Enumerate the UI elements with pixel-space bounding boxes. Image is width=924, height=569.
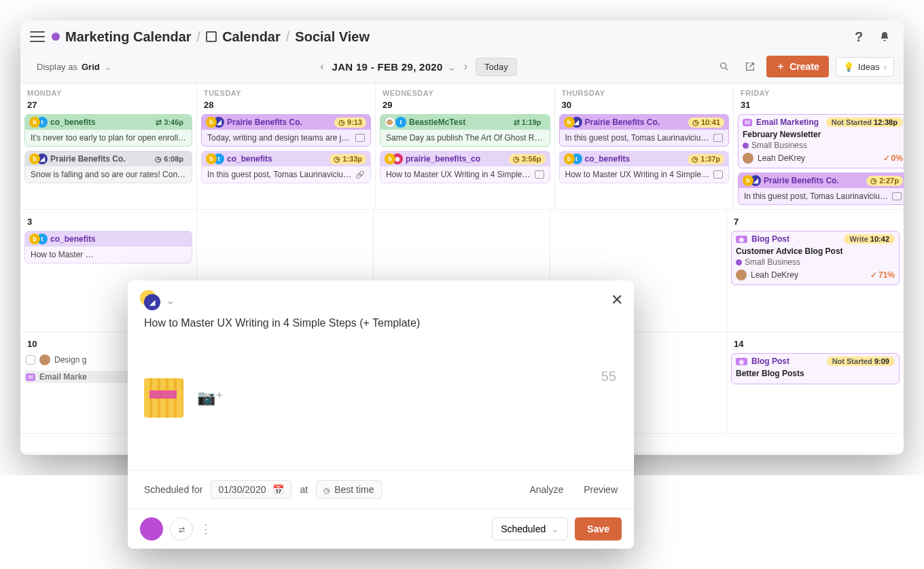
shuffle-icon (156, 118, 162, 127)
rss-icon (736, 234, 747, 244)
chevron-right-icon: › (884, 62, 887, 72)
breadcrumb: Marketing Calendar / Calendar / Social V… (52, 29, 370, 45)
clock-icon (692, 155, 698, 164)
breadcrumb-mid[interactable]: Calendar (222, 29, 281, 45)
event-card-large[interactable]: Email Marketing Not Started 12:38p Febru… (738, 114, 904, 168)
event-card[interactable]: bt co_benefits 1:33p In this guest post,… (201, 151, 371, 183)
add-media-icon[interactable]: 📷⁺ (197, 389, 224, 407)
calendar-icon (206, 31, 217, 42)
compose-text[interactable]: How to Master UX Writing in 4 Simple Ste… (144, 317, 618, 329)
link-icon (355, 170, 365, 179)
compose-modal: ✦◢ ⌄ ✕ How to Master UX Writing in 4 Sim… (128, 280, 634, 475)
event-card-large[interactable]: Blog Post Write 10:42 Customer Advice Bl… (731, 231, 900, 285)
image-icon (892, 192, 902, 200)
day-cell[interactable]: 7 Blog Post Write 10:42 Customer Advice … (727, 210, 904, 332)
event-card[interactable]: bt co_benefits 1:37p How to Master UX Wr… (559, 151, 730, 183)
clock-icon (334, 155, 340, 164)
share-icon[interactable] (741, 57, 760, 76)
close-icon[interactable]: ✕ (611, 291, 623, 309)
image-icon (713, 134, 723, 142)
chevron-down-icon: ⌄ (166, 294, 175, 307)
svg-point-0 (721, 63, 726, 69)
avatar (39, 354, 50, 365)
avatar (743, 153, 753, 164)
bell-icon[interactable] (875, 27, 894, 46)
event-card[interactable]: bt co_benefits How to Master … (24, 231, 192, 263)
event-card[interactable]: 🐵t BeastieMcTest 1:19p Same Day as publi… (380, 114, 550, 147)
plus-icon: ＋ (776, 60, 785, 73)
search-icon[interactable] (715, 57, 734, 76)
email-icon (26, 372, 35, 382)
image-icon (355, 134, 365, 142)
project-dot-icon (52, 33, 60, 41)
create-button[interactable]: ＋ Create (766, 56, 829, 77)
event-card[interactable]: b◉ prairie_benefits_co 3:56p How to Mast… (380, 151, 550, 183)
account-selector[interactable]: ✦◢ ⌄ (140, 290, 175, 310)
chevron-down-icon: ⌄ (104, 62, 111, 72)
next-range-button[interactable]: › (460, 58, 472, 75)
day-cell[interactable]: FRIDAY 31 Email Marketing Not Started 12… (734, 84, 904, 210)
avatar (736, 270, 747, 280)
clock-icon (692, 118, 699, 127)
svg-line-1 (726, 68, 728, 70)
rss-icon (736, 356, 747, 366)
breadcrumb-leaf[interactable]: Social View (295, 29, 370, 45)
day-cell[interactable]: 14 Blog Post Not Started 9:09 Better Blo… (727, 332, 904, 434)
modal-body: How to Master UX Writing in 4 Simple Ste… (128, 310, 634, 470)
clock-icon (513, 155, 520, 164)
toolbar: Display as Grid ⌄ ‹ JAN 19 - FEB 29, 202… (20, 53, 904, 83)
shuffle-icon (514, 118, 520, 127)
bulb-icon: 💡 (843, 62, 854, 72)
attachment-thumbnail[interactable] (144, 378, 183, 418)
day-cell[interactable]: MONDAY 27 bt co_benefits 3:46p It's neve… (20, 84, 197, 210)
week-row: MONDAY 27 bt co_benefits 3:46p It's neve… (20, 84, 904, 210)
event-card[interactable]: b◢ Prairie Benefits Co. 9:13 Today, writ… (201, 114, 371, 147)
display-as-dropdown[interactable]: Display as Grid ⌄ (30, 58, 118, 76)
clock-icon (155, 155, 162, 164)
ideas-button[interactable]: 💡 Ideas › (836, 57, 894, 77)
checkbox[interactable] (26, 355, 35, 365)
prev-range-button[interactable]: ‹ (316, 58, 327, 75)
event-card[interactable]: bt co_benefits 3:46p It's never too earl… (24, 114, 192, 147)
image-icon (535, 170, 544, 179)
day-cell[interactable]: THURSDAY 30 b◢ Prairie Benefits Co. 10:4… (555, 84, 734, 210)
menu-icon[interactable] (30, 31, 45, 42)
event-card[interactable]: b◢ Prairie Benefits Co. 2:27p In this gu… (738, 172, 904, 205)
event-card-large[interactable]: Blog Post Not Started 9:09 Better Blog P… (731, 353, 900, 384)
day-cell[interactable]: WEDNESDAY 29 🐵t BeastieMcTest 1:19p Same… (376, 84, 555, 210)
today-button[interactable]: Today (476, 58, 517, 76)
clock-icon (338, 118, 345, 127)
event-card[interactable]: b◢ Prairie Benefits Co. 10:41 In this gu… (559, 114, 730, 147)
char-count: 55 (601, 369, 616, 384)
date-range: ‹ JAN 19 - FEB 29, 2020 ⌄ › Today (125, 58, 709, 76)
chevron-down-icon[interactable]: ⌄ (447, 60, 456, 73)
clock-icon (870, 177, 877, 185)
modal-header: ✦◢ ⌄ ✕ (128, 280, 634, 310)
event-card[interactable]: b◢ Prairie Benefits Co. 6:08p Snow is fa… (24, 151, 192, 183)
schedule-row: Scheduled for 01/30/2020 📅 at Best time … (128, 470, 634, 475)
email-icon (743, 117, 752, 127)
topbar: Marketing Calendar / Calendar / Social V… (20, 20, 904, 53)
breadcrumb-root[interactable]: Marketing Calendar (65, 29, 192, 45)
help-icon[interactable]: ? (849, 27, 868, 46)
day-cell[interactable]: TUESDAY 28 b◢ Prairie Benefits Co. 9:13 … (197, 84, 376, 210)
image-icon (713, 170, 723, 179)
